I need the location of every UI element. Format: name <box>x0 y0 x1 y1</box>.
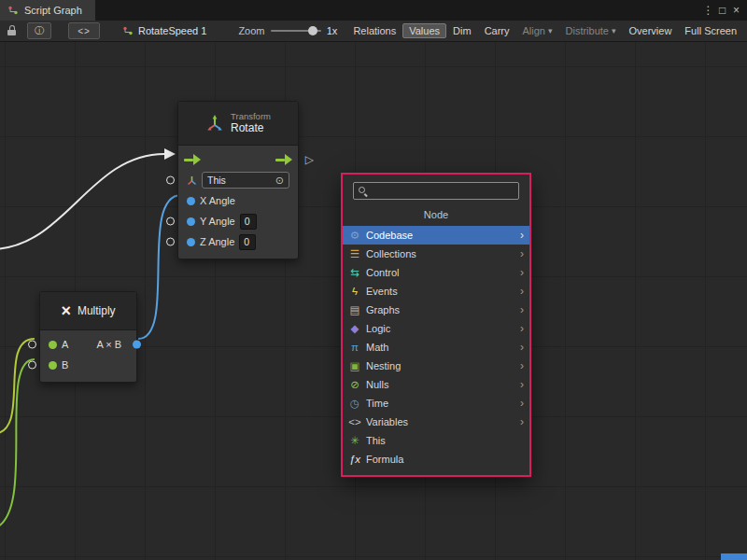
z-angle-outer-port[interactable] <box>166 238 175 246</box>
multiply-node-header[interactable]: × Multiply <box>40 292 136 330</box>
chevron-right-icon: › <box>520 378 524 391</box>
a-input-port[interactable] <box>49 341 57 349</box>
finder-item-collections[interactable]: ☰ Collections › <box>343 245 529 263</box>
chevron-right-icon: › <box>520 229 524 242</box>
finder-item-codebase[interactable]: ⚙ Codebase › <box>343 226 529 245</box>
target-picker-icon[interactable]: ⊙ <box>275 175 284 187</box>
control-flow-icon: ⇆ <box>347 266 362 279</box>
fullscreen-button[interactable]: Full Screen <box>678 23 743 38</box>
z-angle-row: Z Angle 0 <box>178 231 298 252</box>
finder-item-time[interactable]: ◷ Time › <box>343 394 529 413</box>
graph-folder-icon: ▤ <box>347 303 362 316</box>
finder-item-logic[interactable]: ◆ Logic › <box>343 319 529 338</box>
info-button[interactable]: ⓘ <box>27 22 51 39</box>
clock-icon: ◷ <box>347 397 362 410</box>
kebab-menu-icon[interactable]: ⋮ <box>701 4 715 17</box>
tab-script-graph[interactable]: Script Graph <box>0 0 95 21</box>
code-view-button[interactable]: <> <box>68 22 100 39</box>
align-dropdown[interactable]: Align ▾ <box>516 23 559 38</box>
a-outer-port[interactable] <box>28 341 36 349</box>
b-outer-port[interactable] <box>28 361 36 370</box>
chevron-right-icon: › <box>520 285 524 298</box>
lock-icon[interactable] <box>7 26 16 35</box>
finder-item-this[interactable]: ✳ This <box>343 431 529 450</box>
chevron-right-icon: › <box>520 266 524 279</box>
flow-output-port[interactable] <box>275 159 285 161</box>
chevron-down-icon: ▾ <box>612 26 616 35</box>
graph-asset-icon <box>122 25 134 36</box>
zoom-label: Zoom <box>238 25 264 36</box>
finder-item-variables[interactable]: <> Variables › <box>343 413 529 431</box>
a-label: A <box>62 339 68 350</box>
overview-button[interactable]: Overview <box>623 23 679 38</box>
dim-button[interactable]: Dim <box>446 23 478 38</box>
logic-icon: ◆ <box>347 322 362 335</box>
z-angle-label: Z Angle <box>200 236 234 247</box>
script-graph-icon <box>7 5 19 16</box>
flow-hint-icon: ▷ <box>305 153 314 166</box>
finder-list: ⚙ Codebase › ☰ Collections › ⇆ Control ›… <box>343 226 529 469</box>
b-label: B <box>62 359 68 371</box>
fuzzy-finder: Node ⚙ Codebase › ☰ Collections › ⇆ Cont… <box>341 173 531 477</box>
z-angle-input[interactable]: 0 <box>239 234 256 250</box>
chevron-right-icon: › <box>520 359 524 372</box>
zoom-slider-handle[interactable] <box>308 26 317 35</box>
y-angle-input[interactable]: 0 <box>240 214 257 230</box>
zoom-value: 1x <box>327 25 338 36</box>
transform-icon <box>205 114 224 133</box>
product-output-port[interactable] <box>133 341 141 349</box>
node-title: Rotate <box>231 121 271 135</box>
graph-reference[interactable]: RotateSpeed 1 <box>122 25 206 36</box>
finder-item-formula[interactable]: ƒx Formula <box>343 450 529 469</box>
graph-canvas[interactable]: Transform Rotate ▷ <box>0 42 747 560</box>
y-angle-outer-port[interactable] <box>166 217 175 226</box>
wire-flow-input[interactable] <box>0 154 164 249</box>
flow-input-port[interactable] <box>184 159 193 161</box>
values-button[interactable]: Values <box>402 23 446 38</box>
finder-item-math[interactable]: π Math › <box>343 338 529 357</box>
close-icon[interactable]: × <box>729 4 743 17</box>
wire-multiply-to-x-angle[interactable] <box>138 195 181 339</box>
finder-item-nulls[interactable]: ⊘ Nulls › <box>343 375 529 394</box>
x-angle-port[interactable] <box>187 197 195 205</box>
finder-header: Node <box>343 202 529 226</box>
gameobject-axis-icon <box>187 175 197 186</box>
list-icon: ☰ <box>347 247 362 260</box>
chevron-down-icon: ▾ <box>548 26 553 35</box>
search-box[interactable] <box>353 182 519 200</box>
graph-name: RotateSpeed 1 <box>138 25 206 36</box>
this-selector[interactable]: This ⊙ <box>202 172 289 189</box>
node-category: Transform <box>231 111 271 122</box>
chevron-right-icon: › <box>520 322 524 335</box>
b-input-port[interactable] <box>49 361 57 370</box>
node-multiply[interactable]: × Multiply A A × B B <box>39 291 137 383</box>
pi-icon: π <box>347 342 362 353</box>
carry-button[interactable]: Carry <box>478 23 516 38</box>
finder-item-control[interactable]: ⇆ Control › <box>343 263 529 282</box>
multiply-a-row: A A × B <box>40 334 136 355</box>
wire-to-multiply-b[interactable] <box>0 359 35 528</box>
wire-flow-arrowhead <box>164 148 176 160</box>
x-angle-row: X Angle <box>178 190 298 211</box>
multiply-node-body: A A × B B <box>40 330 136 382</box>
blue-corner-indicator <box>721 553 747 560</box>
y-angle-row: Y Angle 0 <box>178 211 298 231</box>
node-transform-rotate[interactable]: Transform Rotate ▷ <box>177 101 299 259</box>
rotate-node-titles: Transform Rotate <box>231 111 271 136</box>
zoom-slider[interactable] <box>271 25 321 36</box>
finder-item-graphs[interactable]: ▤ Graphs › <box>343 301 529 319</box>
finder-item-nesting[interactable]: ▣ Nesting › <box>343 357 529 375</box>
this-port[interactable] <box>166 176 175 185</box>
y-angle-label: Y Angle <box>200 216 235 227</box>
lightning-icon: ϟ <box>347 286 362 297</box>
maximize-icon[interactable]: □ <box>715 4 729 17</box>
x-angle-label: X Angle <box>200 195 235 206</box>
y-angle-port[interactable] <box>187 217 195 226</box>
distribute-dropdown[interactable]: Distribute ▾ <box>559 23 623 38</box>
search-input[interactable] <box>372 185 514 198</box>
z-angle-port[interactable] <box>187 238 195 246</box>
window-controls: ⋮ □ × <box>701 0 747 21</box>
finder-item-events[interactable]: ϟ Events › <box>343 282 529 301</box>
relations-button[interactable]: Relations <box>346 23 402 38</box>
rotate-node-header[interactable]: Transform Rotate <box>178 102 298 146</box>
